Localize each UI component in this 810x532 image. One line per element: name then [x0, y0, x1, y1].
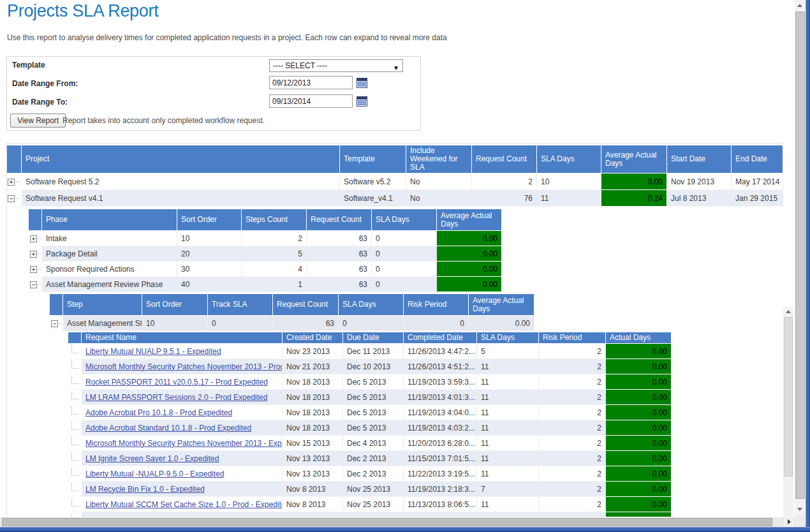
- request-name-link[interactable]: LM Recycle Bin Fix 1.0 - Expedited: [85, 485, 205, 494]
- page-scroll-up-button[interactable]: [795, 0, 806, 11]
- request-name-link[interactable]: Adobe Acrobat Standard 10.1.8 - Prod Exp…: [85, 424, 251, 432]
- request-row: Liberty Mutual NUALP 9.5.1 - Expedited N…: [68, 344, 672, 359]
- template-select-value: ---- SELECT ----: [273, 61, 327, 70]
- col-header-sla-days: SLA Days: [339, 294, 404, 316]
- report-filter-panel: Template ---- SELECT ---- ▼ Date Range F…: [6, 56, 421, 131]
- grid-vertical-scrollbar[interactable]: [783, 307, 793, 527]
- cell-request-count: 63: [273, 316, 339, 331]
- view-report-button[interactable]: View Report: [10, 114, 66, 128]
- request-row: Rocket PASSPORT 2011 v20.0.5.17 - Prod E…: [68, 374, 672, 390]
- cell-due-date: Dec 4 2013: [343, 436, 404, 451]
- request-name-link[interactable]: LM Ignite Screen Saver 1.0 - Expedited: [85, 454, 219, 463]
- calendar-icon-from[interactable]: [357, 78, 367, 88]
- date-to-input[interactable]: [269, 94, 353, 108]
- cell-risk-period: 2: [539, 497, 606, 512]
- request-name-link[interactable]: Rocket PASSPORT 2011 v20.0.5.17 - Prod E…: [85, 378, 268, 387]
- cell-actual-days: 0.00: [606, 497, 672, 512]
- col-header-avg-actual-days: Average Actual Days: [469, 294, 534, 316]
- cell-created-date: Nov 8 2013: [283, 497, 343, 512]
- cell-actual-days: 0.00: [606, 390, 672, 405]
- tree-branch-icon: [71, 346, 78, 353]
- cell-phase: Package Detail: [42, 246, 177, 262]
- request-name-link[interactable]: LM LRAM PASSPORT Sessions 2.0 - Prod Exp…: [85, 393, 267, 402]
- cell-risk-period: 2: [539, 466, 606, 482]
- cell-project: Software Request 5.2: [22, 174, 340, 190]
- cell-avg-actual-days: 0.00: [601, 174, 667, 190]
- grid-vertical-scroll-thumb[interactable]: [784, 317, 793, 477]
- page-vertical-scrollbar[interactable]: [795, 0, 806, 527]
- page-vertical-scroll-thumb[interactable]: [795, 11, 805, 499]
- report-page: Projects SLA Report Use this report to a…: [0, 0, 810, 532]
- steps-table: Step Sort Order Track SLA Request Count …: [50, 294, 534, 331]
- tree-branch-icon: [71, 484, 78, 491]
- template-select[interactable]: ---- SELECT ---- ▼: [269, 59, 403, 72]
- expand-toggle-icon[interactable]: +: [30, 251, 37, 258]
- cell-sla-days: 7: [477, 482, 539, 497]
- report-grid: Project Template Include Weekened for SL…: [0, 142, 795, 527]
- cell-created-date: Nov 23 2013: [283, 344, 343, 359]
- cell-completed-date: 11/19/2013 4:01:3...: [404, 390, 477, 405]
- col-header-sla-days: SLA Days: [537, 145, 601, 174]
- cell-sort-order: 20: [177, 246, 242, 262]
- requests-header-row: Request Name Created Date Due Date Compl…: [68, 332, 672, 344]
- tree-leaf-cell: [68, 390, 82, 405]
- phase-row: + Intake 10 2 63 0 0.00: [29, 231, 502, 246]
- request-name-link[interactable]: Microsoft Monthly Security Patches Novem…: [85, 439, 283, 448]
- tree-branch-icon: [71, 422, 78, 430]
- col-header-request-count: Request Count: [472, 145, 537, 174]
- step-row: − Asset Management Step 10 0 63 0 0 0.00: [50, 316, 534, 331]
- expand-toggle-icon[interactable]: −: [51, 320, 58, 327]
- expand-column-header: [68, 332, 82, 344]
- cell-due-date: Dec 10 2013: [343, 359, 404, 374]
- expand-toggle-icon[interactable]: +: [30, 266, 37, 273]
- cell-completed-date: 11/26/2013 4:51:2...: [404, 359, 477, 374]
- request-name-link[interactable]: Liberty Mutual SCCM Set Cache Size 1.0 -…: [85, 500, 283, 509]
- request-name-link[interactable]: Microsoft Monthly Security Patches Novem…: [85, 362, 283, 371]
- request-name-link[interactable]: Liberty Mutual -NUALP-9.5.0 - Expedited: [85, 469, 224, 478]
- cell-due-date: Dec 5 2013: [343, 390, 404, 405]
- request-row: Liberty Mutual SCCM Set Cache Size 1.0 -…: [68, 497, 672, 512]
- date-from-label: Date Range From:: [12, 79, 78, 88]
- expand-toggle-icon[interactable]: −: [8, 195, 15, 202]
- expand-toggle-icon[interactable]: +: [30, 235, 37, 242]
- cell-due-date: Dec 11 2013: [343, 344, 404, 359]
- tree-branch-icon: [71, 468, 78, 476]
- tree-leaf-cell: [68, 374, 82, 390]
- calendar-icon-to[interactable]: [357, 96, 367, 107]
- cell-sla-days: 11: [477, 359, 539, 374]
- page-scroll-down-button[interactable]: [795, 504, 806, 515]
- cell-request-name: LM Recycle Bin Fix 1.0 - Expedited: [82, 482, 283, 497]
- grid-border-top: [6, 143, 783, 144]
- tree-branch-icon: [71, 392, 78, 399]
- phase-row: + Package Detail 20 5 63 0 0.00: [29, 246, 502, 262]
- grid-scroll-right-button[interactable]: [784, 517, 794, 527]
- grid-horizontal-scrollbar[interactable]: [0, 517, 795, 527]
- tree-dots: [15, 198, 21, 199]
- grid-horizontal-scroll-thumb[interactable]: [2, 518, 772, 526]
- cell-created-date: Nov 13 2013: [283, 451, 343, 466]
- col-header-created-date: Created Date: [283, 332, 343, 344]
- cell-risk-period: 2: [539, 436, 606, 451]
- cell-phase: Sponsor Required Actions: [42, 262, 177, 277]
- cell-steps-count: 5: [242, 246, 307, 262]
- request-name-link[interactable]: Liberty Mutual NUALP 9.5.1 - Expedited: [85, 347, 221, 356]
- tree-branch-icon: [71, 499, 78, 506]
- col-header-steps-count: Steps Count: [242, 209, 307, 231]
- col-header-phase: Phase: [42, 209, 177, 231]
- cell-step: Asset Management Step: [63, 316, 142, 331]
- date-from-input[interactable]: [269, 76, 353, 89]
- cell-due-date: Nov 25 2013: [343, 482, 404, 497]
- col-header-risk-period: Risk Period: [539, 332, 606, 344]
- expand-toggle-icon[interactable]: +: [8, 179, 15, 186]
- steps-header-row: Step Sort Order Track SLA Request Count …: [50, 294, 534, 316]
- grid-scroll-up-button[interactable]: [783, 307, 793, 316]
- report-note: Report takes into account only completed…: [63, 116, 265, 125]
- request-name-link[interactable]: Adobe Acrobat Pro 10.1.8 - Prod Expedite…: [85, 408, 232, 417]
- tree-leaf-cell: [68, 420, 82, 436]
- cell-request-name: Microsoft Monthly Security Patches Novem…: [82, 359, 283, 374]
- cell-sla-days: 11: [477, 451, 539, 466]
- col-header-include-weekend: Include Weekened for SLA: [406, 145, 472, 174]
- expand-toggle-icon[interactable]: −: [30, 281, 37, 288]
- cell-sla-days: 0: [372, 277, 437, 292]
- scrollbar-corner: [795, 515, 806, 527]
